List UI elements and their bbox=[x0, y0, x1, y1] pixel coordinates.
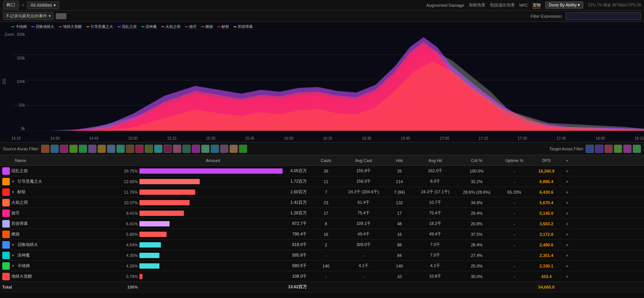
amount-value: 1.60百万 bbox=[284, 189, 307, 195]
target-aura-icon-3[interactable] bbox=[614, 145, 622, 153]
expand-plus-btn[interactable]: + bbox=[561, 189, 573, 195]
casts: 140 bbox=[309, 264, 343, 268]
source-aura-icon-1[interactable] bbox=[50, 145, 59, 153]
source-aura-icon-7[interactable] bbox=[107, 145, 115, 153]
ability-name-cell: 混乱之箭 bbox=[0, 167, 117, 175]
ability-name-text: 火焰之雨 bbox=[11, 200, 28, 205]
pet-tab[interactable]: 宠物 bbox=[532, 2, 541, 8]
expand-plus-btn[interactable]: + bbox=[561, 168, 573, 174]
source-aura-icon-8[interactable] bbox=[116, 145, 125, 153]
event-filter-dropdown[interactable]: 不记录玩家死后的事件 ▾ bbox=[3, 12, 54, 20]
source-icons bbox=[41, 145, 247, 153]
augmented-damage-tab[interactable]: Augmented Damage bbox=[426, 3, 464, 8]
th-+[interactable]: + bbox=[561, 158, 573, 163]
dps-value: 6,886.4 bbox=[531, 179, 561, 184]
source-aura-icon-10[interactable] bbox=[135, 145, 144, 153]
expand-plus-btn[interactable]: + bbox=[561, 242, 573, 248]
amount-cell: 5.80% 790.4千 bbox=[117, 231, 309, 237]
expand-plus-btn[interactable]: + bbox=[561, 252, 573, 258]
avg-cast: 75.4千 bbox=[343, 210, 384, 216]
source-aura-icon-16[interactable] bbox=[192, 145, 200, 153]
source-aura-icon-12[interactable] bbox=[154, 145, 162, 153]
source-aura-icon-17[interactable] bbox=[201, 145, 210, 153]
x-tick: 15:15 bbox=[167, 136, 176, 141]
expand-plus-btn[interactable]: + bbox=[561, 200, 573, 206]
source-aura-icon-13[interactable] bbox=[164, 145, 172, 153]
target-aura-icon-4[interactable] bbox=[623, 145, 632, 153]
x-tick: 14:30 bbox=[50, 136, 60, 141]
amount-value: 4.05百万 bbox=[284, 168, 307, 174]
expand-arrow[interactable]: ▼ bbox=[11, 180, 16, 183]
done-by-ability-btn[interactable]: Done By Ability ▾ bbox=[545, 2, 583, 9]
ability-icon bbox=[2, 252, 10, 259]
uptime-pct: - bbox=[497, 243, 531, 247]
crit-pct: 27.4% bbox=[456, 253, 497, 258]
hits: 132 bbox=[384, 200, 415, 205]
expand-plus-btn[interactable]: + bbox=[561, 179, 573, 185]
expand-plus-btn[interactable]: + bbox=[561, 221, 573, 227]
ability-icon bbox=[2, 262, 10, 270]
all-abilities-btn[interactable]: All Abilities ▾ bbox=[27, 2, 59, 9]
source-aura-icon-21[interactable] bbox=[239, 145, 247, 153]
th-avg-hit[interactable]: Avg Hit bbox=[415, 158, 456, 163]
source-aura-icon-14[interactable] bbox=[173, 145, 181, 153]
weighted-damage-tab[interactable]: 加权伤害 bbox=[469, 2, 485, 8]
window-btn[interactable]: 树口 bbox=[3, 1, 19, 9]
th-amount[interactable]: Amount bbox=[117, 158, 309, 163]
filter-expression-label: Filter Expression: bbox=[531, 14, 563, 18]
table-row: 烧尽 9.41% 1.28百万 1775.4千1775.4千29.4%-5,14… bbox=[0, 208, 644, 219]
auras-row: Source Auras Filter: Target Auras Filter… bbox=[0, 142, 644, 155]
th-casts[interactable]: Casts bbox=[309, 158, 343, 163]
target-aura-icon-5[interactable] bbox=[633, 145, 641, 153]
th-name[interactable]: Name bbox=[0, 158, 117, 163]
expand-plus-btn[interactable]: + bbox=[561, 231, 573, 237]
table-body: 混乱之箭 29.75% 4.05百万 26155.8千25162.0千100.0… bbox=[0, 166, 644, 282]
expand-arrow[interactable]: ▼ bbox=[11, 254, 16, 257]
legend-item: 引导恶魔之火 bbox=[86, 24, 113, 29]
source-aura-icon-0[interactable] bbox=[41, 145, 49, 153]
avg-cast: 61.4千 bbox=[343, 200, 384, 205]
th-dps[interactable]: DPS bbox=[531, 158, 561, 163]
amount-value: 618.0千 bbox=[284, 242, 307, 248]
source-aura-icon-3[interactable] bbox=[69, 145, 78, 153]
expand-arrow[interactable]: ▼ bbox=[11, 243, 16, 247]
th-hits[interactable]: Hits bbox=[384, 158, 415, 163]
npc-tab[interactable]: NPC bbox=[519, 3, 528, 8]
expand-arrow[interactable]: ▼ bbox=[11, 190, 16, 194]
source-aura-icon-19[interactable] bbox=[220, 145, 228, 153]
source-aura-icon-15[interactable] bbox=[182, 145, 191, 153]
target-aura-icon-1[interactable] bbox=[595, 145, 603, 153]
casts: - bbox=[309, 253, 343, 258]
source-aura-icon-18[interactable] bbox=[211, 145, 219, 153]
filter-toggle[interactable] bbox=[56, 13, 66, 19]
nav-left: 树口 ✕ All Abilities ▾ bbox=[3, 1, 423, 9]
expand-arrow[interactable]: ▼ bbox=[11, 264, 16, 268]
source-aura-icon-20[interactable] bbox=[229, 145, 238, 153]
amount-value: 1.28百万 bbox=[284, 210, 307, 216]
overflow-damage-tab[interactable]: 包括溢出伤害 bbox=[490, 2, 515, 8]
source-aura-icon-4[interactable] bbox=[79, 145, 87, 153]
amount-cell: 4.30% 585.8千 bbox=[117, 252, 309, 258]
bar-fill bbox=[139, 263, 159, 269]
target-aura-icon-2[interactable] bbox=[604, 145, 613, 153]
expand-plus-btn[interactable]: + bbox=[561, 210, 573, 216]
filter-expression-input[interactable] bbox=[566, 12, 641, 20]
expand-plus-btn[interactable]: + bbox=[561, 274, 573, 280]
avg-cast: 109.1千 bbox=[343, 221, 384, 226]
bar-fill bbox=[139, 253, 159, 258]
expand-plus-btn[interactable]: + bbox=[561, 263, 573, 269]
legend-item: 邪箝弹幕 bbox=[234, 24, 253, 29]
th-crit-pct[interactable]: Crit % bbox=[456, 158, 497, 163]
th-avg-cast[interactable]: Avg Cast bbox=[343, 158, 384, 163]
th-uptime-pct[interactable]: Uptime % bbox=[497, 158, 531, 163]
source-aura-icon-2[interactable] bbox=[60, 145, 68, 153]
source-aura-icon-5[interactable] bbox=[88, 145, 96, 153]
casts: - bbox=[309, 274, 343, 279]
source-aura-icon-9[interactable] bbox=[126, 145, 134, 153]
x-tick: 17:45 bbox=[557, 136, 566, 141]
uptime-pct: - bbox=[497, 232, 531, 237]
source-aura-icon-11[interactable] bbox=[145, 145, 153, 153]
target-aura-icon-0[interactable] bbox=[586, 145, 594, 153]
source-aura-icon-6[interactable] bbox=[98, 145, 106, 153]
pct-text: 4.30% bbox=[119, 253, 138, 258]
